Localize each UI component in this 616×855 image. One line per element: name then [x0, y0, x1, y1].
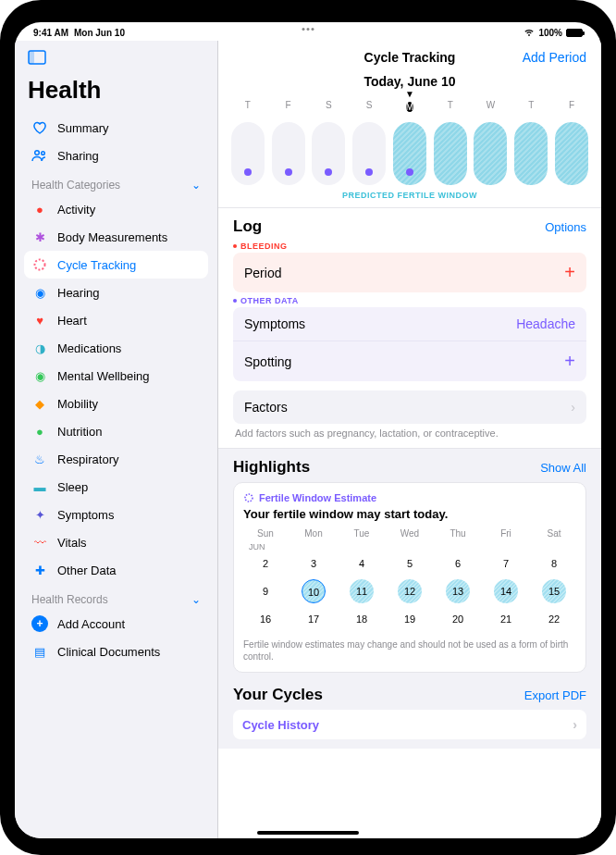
cycle-day-fertile[interactable]: [434, 122, 467, 185]
cycle-day-fertile[interactable]: [514, 122, 548, 185]
pill-icon: ◑: [31, 340, 48, 356]
cycle-history-row[interactable]: Cycle History ›: [233, 710, 586, 739]
cycle-day[interactable]: [231, 122, 265, 185]
sidebar-item-vitals[interactable]: 〰Vitals: [24, 528, 208, 556]
calendar-day[interactable]: 14: [494, 579, 518, 603]
calendar-day[interactable]: 5: [398, 551, 422, 576]
clipboard-icon: ▤: [31, 643, 48, 660]
calendar-day[interactable]: 22: [542, 607, 566, 631]
bleeding-label: BLEEDING: [233, 242, 586, 251]
calendar-day[interactable]: 4: [350, 551, 374, 576]
screen: 9:41 AM Mon Jun 10 100% Health Summary S…: [15, 22, 601, 838]
calendar-day[interactable]: 8: [542, 551, 566, 576]
cycle-dot-icon: [365, 168, 373, 176]
symptoms-value: Headache: [516, 316, 575, 331]
log-period-row[interactable]: Period +: [233, 253, 586, 292]
log-spotting-row[interactable]: Spotting +: [233, 341, 586, 381]
sidebar: Health Summary Sharing Health Categories…: [15, 41, 218, 838]
cycle-icon: [243, 492, 254, 503]
factors-row[interactable]: Factors ›: [233, 390, 586, 424]
calendar-day[interactable]: 20: [446, 607, 470, 631]
fertile-window-label: PREDICTED FERTILE WINDOW: [218, 187, 601, 207]
lungs-icon: ♨: [31, 451, 48, 467]
fertile-window-card[interactable]: Fertile Window Estimate Your fertile win…: [233, 482, 586, 673]
calendar-day[interactable]: 9: [253, 579, 277, 603]
calendar-day[interactable]: 7: [494, 551, 518, 576]
chevron-right-icon: ›: [573, 717, 577, 732]
cycle-day[interactable]: [312, 122, 345, 185]
add-icon[interactable]: +: [564, 351, 575, 372]
svg-point-5: [245, 494, 253, 502]
sidebar-item-sharing[interactable]: Sharing: [24, 142, 208, 169]
sidebar-item-summary[interactable]: Summary: [24, 114, 208, 142]
sidebar-item-body-measurements[interactable]: ✱Body Measurements: [24, 223, 208, 251]
calendar-day[interactable]: 18: [350, 607, 374, 631]
mobility-icon: ◆: [31, 395, 48, 412]
calendar-day[interactable]: 17: [302, 607, 326, 631]
add-icon[interactable]: +: [564, 262, 575, 283]
calendar-day[interactable]: 10: [302, 579, 326, 603]
sidebar-item-hearing[interactable]: ◉Hearing: [24, 279, 208, 306]
body-icon: ✱: [31, 229, 48, 245]
calendar-day[interactable]: 12: [398, 579, 422, 603]
log-options-button[interactable]: Options: [545, 220, 586, 234]
calendar-day[interactable]: 16: [253, 607, 277, 631]
sidebar-item-clinical-documents[interactable]: ▤Clinical Documents: [24, 638, 208, 665]
sidebar-item-medications[interactable]: ◑Medications: [24, 334, 208, 362]
calendar-day[interactable]: 2: [253, 551, 277, 576]
sidebar-item-respiratory[interactable]: ♨Respiratory: [24, 445, 208, 473]
factors-hint: Add factors such as pregnancy, lactation…: [233, 428, 586, 439]
svg-point-4: [35, 260, 45, 270]
cycle-strip[interactable]: [218, 118, 601, 187]
sidebar-item-mobility[interactable]: ◆Mobility: [24, 390, 208, 417]
sidebar-item-add-account[interactable]: +Add Account: [24, 610, 208, 638]
sidebar-panel-icon[interactable]: [28, 50, 204, 68]
heart-outline-icon: [31, 119, 48, 136]
add-period-button[interactable]: Add Period: [523, 50, 586, 65]
cycle-day-fertile[interactable]: [555, 122, 588, 185]
apple-icon: ●: [31, 423, 48, 440]
cycle-dot-icon: [285, 168, 292, 176]
log-section: Log Options BLEEDING Period + OTHER DATA…: [218, 207, 601, 448]
calendar-day[interactable]: 15: [542, 579, 566, 603]
cycle-day[interactable]: [352, 122, 386, 185]
sidebar-item-mental-wellbeing[interactable]: ◉Mental Wellbeing: [24, 362, 208, 390]
log-title: Log: [233, 217, 262, 236]
status-date: Mon Jun 10: [74, 28, 125, 38]
plus-icon: ✚: [31, 562, 48, 578]
today-label: Today, June 10: [218, 70, 601, 91]
home-indicator[interactable]: [257, 831, 359, 835]
cycle-day-fertile[interactable]: [474, 122, 507, 185]
calendar-day[interactable]: 19: [398, 607, 422, 631]
cycle-dot-icon: [325, 168, 332, 176]
people-icon: [31, 147, 48, 164]
export-pdf-button[interactable]: Export PDF: [524, 688, 586, 702]
today-indicator: M: [406, 102, 413, 112]
sidebar-item-sleep[interactable]: ▬Sleep: [24, 473, 208, 501]
nav-label: Sharing: [57, 149, 99, 163]
show-all-button[interactable]: Show All: [540, 461, 586, 475]
health-records-header[interactable]: Health Records ⌄: [24, 584, 208, 610]
sidebar-item-heart[interactable]: ♥Heart: [24, 306, 208, 334]
chevron-right-icon: ›: [571, 400, 575, 415]
calendar-day[interactable]: 21: [494, 607, 518, 631]
calendar-day[interactable]: 13: [446, 579, 470, 603]
svg-rect-1: [29, 51, 34, 64]
bed-icon: ▬: [31, 478, 48, 495]
chevron-down-icon: ⌄: [191, 179, 201, 192]
nav-label: Summary: [57, 121, 109, 135]
sidebar-item-nutrition[interactable]: ●Nutrition: [24, 417, 208, 445]
log-symptoms-row[interactable]: Symptoms Headache: [233, 307, 586, 341]
cycle-dot-icon: [244, 168, 252, 176]
health-categories-header[interactable]: Health Categories ⌄: [24, 169, 208, 195]
sidebar-item-activity[interactable]: ●Activity: [24, 195, 208, 223]
calendar-day[interactable]: 6: [446, 551, 470, 576]
calendar-day[interactable]: 3: [302, 551, 326, 576]
sidebar-item-other-data[interactable]: ✚Other Data: [24, 556, 208, 584]
sidebar-item-symptoms[interactable]: ✦Symptoms: [24, 501, 208, 528]
sidebar-item-cycle-tracking[interactable]: Cycle Tracking: [24, 251, 208, 279]
cycle-day[interactable]: [272, 122, 305, 185]
cycle-day-fertile[interactable]: [393, 122, 426, 185]
battery-icon: [566, 29, 583, 37]
calendar-day[interactable]: 11: [350, 579, 374, 603]
